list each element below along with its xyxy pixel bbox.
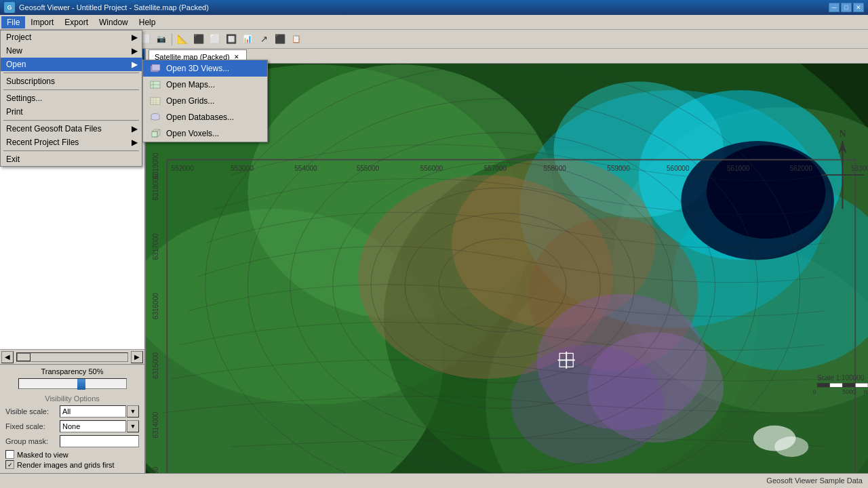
svg-line-86 [157,129,160,131]
visible-scale-input[interactable]: All [60,405,126,418]
visible-scale-label: Visible scale: [5,407,60,415]
menu-separator-3 [3,120,139,121]
submenu-open-grids-label: Open Grids... [166,96,214,106]
toolbar-camera[interactable]: 📷 [154,32,169,47]
fixed-scale-input[interactable]: None [60,420,126,432]
slider-container [5,378,139,389]
svg-text:558000: 558000 [543,165,566,172]
menu-export[interactable]: Export [59,16,94,28]
toolbar-arrow[interactable]: ↗ [256,32,271,47]
submenu-item-open-maps[interactable]: Open Maps... [143,77,267,93]
group-mask-label: Group mask: [5,437,60,445]
menu-item-subscriptions[interactable]: Subscriptions [1,75,142,88]
menu-item-recent-project[interactable]: Recent Project Files ▶ [1,136,142,149]
group-mask-input[interactable] [60,435,139,447]
masked-to-view-checkbox[interactable] [5,450,14,459]
open-3d-icon [149,62,162,75]
transparency-thumb[interactable] [77,379,85,390]
render-images-row: ✓ Render images and grids first [5,460,139,469]
menu-item-project[interactable]: Project ▶ [1,30,142,44]
menu-separator-4 [3,150,139,151]
render-images-label: Render images and grids first [17,461,115,469]
tree-nav-bar: ◀ ▶ [0,349,144,364]
toolbar-clipboard[interactable]: 📋 [289,32,304,47]
submenu-open-databases-label: Open Databases... [166,113,234,122]
menu-bar: File Import Export Window Help [0,15,868,30]
svg-text:N: N [839,129,846,139]
svg-text:562000: 562000 [790,165,813,172]
menu-import[interactable]: Import [25,16,59,28]
fixed-scale-label: Fixed scale: [5,422,60,430]
svg-rect-69 [842,383,855,387]
menu-item-new[interactable]: New ▶ [1,44,142,58]
nav-right-btn[interactable]: ▶ [131,351,143,363]
menu-item-settings[interactable]: Settings... [1,92,142,105]
toolbar-grid[interactable]: 🔲 [224,32,239,47]
fixed-scale-value: None [62,422,80,430]
menu-item-subscriptions-label: Subscriptions [6,77,55,86]
svg-rect-68 [830,383,843,387]
menu-window[interactable]: Window [94,16,134,28]
nav-scrollbar-thumb[interactable] [17,353,31,361]
masked-to-view-row: Masked to view [5,450,139,459]
submenu-item-open-voxels[interactable]: Open Voxels... [143,125,267,142]
menu-item-new-label: New [6,46,22,56]
visible-scale-row: Visible scale: All ▼ [5,405,139,418]
svg-text:5000: 5000 [842,388,856,395]
svg-text:563000: 563000 [851,165,868,172]
bottom-panel: Transparency 50% Visibility Options Visi… [0,364,144,473]
nav-left-btn[interactable]: ◀ [1,351,14,363]
title-bar-controls: ─ □ ✕ [829,3,864,12]
visible-scale-value: All [62,407,71,415]
menu-item-project-arrow: ▶ [132,33,138,42]
svg-text:560000: 560000 [667,165,690,172]
submenu-item-open-grids[interactable]: Open Grids... [143,93,267,109]
svg-text:m: m [864,388,868,395]
close-button[interactable]: ✕ [853,3,864,12]
svg-rect-67 [817,383,830,387]
minimize-button[interactable]: ─ [829,3,840,12]
status-bar: Geosoft Viewer Sample Data [0,473,868,487]
menu-help[interactable]: Help [134,16,161,28]
fixed-scale-btn[interactable]: ▼ [127,420,139,432]
masked-to-view-label: Masked to view [17,451,68,459]
menu-item-open[interactable]: Open ▶ [1,58,142,71]
toolbar-black-sq[interactable]: ⬛ [273,32,288,47]
visible-scale-btn[interactable]: ▼ [127,405,139,418]
open-voxels-icon [149,127,162,140]
menu-item-new-arrow: ▶ [132,46,138,56]
submenu-item-open-databases[interactable]: Open Databases... [143,109,267,125]
menu-item-project-label: Project [6,33,31,42]
menu-separator-1 [3,73,139,73]
svg-text:554000: 554000 [294,165,317,172]
transparency-slider[interactable] [18,378,127,389]
menu-item-exit-label: Exit [6,155,20,164]
menu-item-print[interactable]: Print [1,105,142,119]
menu-item-exit[interactable]: Exit [1,152,142,166]
open-grids-icon [149,95,162,107]
group-mask-row: Group mask: [5,435,139,447]
menu-file[interactable]: File [1,16,25,28]
svg-point-28 [774,436,808,457]
svg-text:6316000: 6316000 [152,293,159,319]
menu-item-print-label: Print [6,107,23,117]
toolbar-square2[interactable]: ⬜ [208,32,222,47]
menu-item-recent-data[interactable]: Recent Geosoft Data Files ▶ [1,122,142,136]
nav-scrollbar[interactable] [16,352,128,362]
render-images-checkbox[interactable]: ✓ [5,460,14,469]
svg-rect-75 [152,64,160,70]
submenu-item-open-3d[interactable]: Open 3D Views... [143,60,267,77]
toolbar-separator-2 [172,33,172,45]
maximize-button[interactable]: □ [841,3,852,12]
status-right: Geosoft Viewer Sample Data [766,476,865,485]
svg-rect-79 [151,98,160,104]
svg-point-19 [511,345,665,464]
toolbar-chart[interactable]: 📊 [240,32,255,47]
toolbar-square1[interactable]: ⬛ [191,32,206,47]
svg-text:6314000: 6314000 [152,411,159,438]
svg-text:555000: 555000 [357,165,380,172]
open-submenu: Open 3D Views... Open Maps... Open Grids… [142,60,268,142]
svg-rect-70 [855,383,868,387]
toolbar-measure[interactable]: 📐 [175,32,190,47]
menu-separator-2 [3,89,139,90]
